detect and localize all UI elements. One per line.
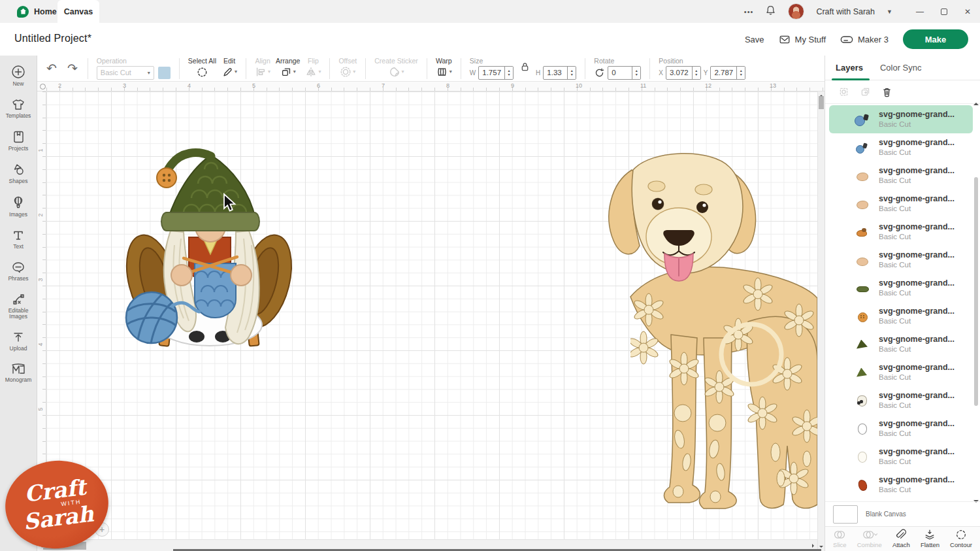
y-stepper[interactable]: ▴▾ [736, 67, 745, 79]
x-stepper[interactable]: ▴▾ [692, 67, 700, 79]
sidebar-item-images[interactable]: Images [0, 190, 37, 224]
y-value: 2.787 [711, 67, 736, 79]
x-input[interactable]: 3.072 ▴▾ [666, 66, 701, 80]
sidebar-item-upload[interactable]: Upload [0, 326, 37, 358]
select-all-button[interactable]: Select All [186, 57, 219, 80]
layer-type: Basic Cut [879, 204, 955, 213]
tab-home[interactable]: Home [9, 0, 65, 23]
layer-row[interactable]: svg-gnome-grand...Basic Cut [825, 218, 975, 246]
chevron-down-icon: ▾ [293, 69, 296, 75]
slice-button[interactable]: Slice [833, 529, 847, 548]
flatten-button[interactable]: Flatten [921, 529, 939, 548]
layer-type: Basic Cut [879, 232, 955, 241]
account-chevron-down-icon[interactable]: ▼ [887, 8, 892, 15]
scroll-up-arrow[interactable] [973, 100, 979, 105]
flip-button[interactable]: Flip ▾ [302, 57, 323, 80]
flatten-label: Flatten [921, 541, 939, 548]
arrange-button[interactable]: Arrange ▾ [273, 57, 302, 80]
redo-button[interactable]: ↷ [67, 61, 78, 76]
sidebar-item-projects[interactable]: Projects [0, 125, 37, 158]
layer-row[interactable]: svg-gnome-grand...Basic Cut [825, 386, 975, 414]
vertical-scrollbar-thumb[interactable] [819, 96, 824, 109]
rotate-stepper[interactable]: ▴▾ [632, 67, 640, 79]
width-stepper[interactable]: ▴▾ [504, 67, 513, 79]
create-sticker-button[interactable]: Create Sticker ▾ [372, 57, 421, 80]
trash-icon[interactable] [881, 86, 892, 98]
edit-button[interactable]: Edit ▾ [219, 57, 240, 80]
layer-name: svg-gnome-grand... [879, 194, 955, 204]
undo-button[interactable]: ↶ [46, 61, 57, 76]
layer-row[interactable]: svg-gnome-grand...Basic Cut [825, 190, 975, 218]
height-label: H [536, 69, 540, 76]
blank-canvas-row[interactable]: Blank Canvas [825, 501, 980, 526]
y-input[interactable]: 2.787 ▴▾ [710, 66, 745, 80]
contour-button[interactable]: Contour [950, 529, 972, 548]
sidebar-item-shapes[interactable]: Shapes [0, 158, 37, 190]
y-label: Y [704, 69, 708, 76]
contour-icon [955, 529, 968, 541]
height-stepper[interactable]: ▴▾ [567, 67, 576, 79]
vertical-scrollbar[interactable] [817, 92, 825, 551]
rotate-input[interactable]: 0 ▴▾ [608, 66, 641, 80]
more-menu-button[interactable]: ••• [744, 8, 754, 16]
sidebar-item-monogram[interactable]: Monogram [0, 358, 37, 389]
group-icon[interactable] [838, 86, 849, 97]
gnome-knitting-image[interactable] [121, 147, 297, 348]
layer-row[interactable]: svg-gnome-grand...Basic Cut [825, 471, 975, 499]
operation-select[interactable]: Basic Cut ▾ [97, 66, 154, 80]
height-input[interactable]: 1.33 ▴▾ [543, 66, 576, 80]
account-name[interactable]: Craft with Sarah [816, 7, 875, 16]
width-input[interactable]: 1.757 ▴▾ [478, 66, 514, 80]
combine-button[interactable]: Combine [857, 529, 882, 548]
close-button[interactable]: ✕ [964, 8, 971, 16]
layer-row[interactable]: svg-gnome-grand...Basic Cut [825, 133, 975, 161]
sidebar-item-editable-images[interactable]: Editable Images [0, 288, 37, 326]
layer-list: svg-gnome-grand...Basic Cut svg-gnome-gr… [825, 105, 975, 501]
size-lock-icon[interactable] [516, 66, 533, 80]
tab-color-sync[interactable]: Color Sync [880, 63, 922, 73]
notebook-icon [12, 130, 25, 144]
layer-row[interactable]: svg-gnome-grand...Basic Cut [825, 330, 975, 358]
layer-row[interactable]: svg-gnome-grand...Basic Cut [829, 105, 973, 133]
sidebar-label: Editable Images [0, 308, 37, 320]
notifications-bell-icon[interactable] [765, 5, 776, 18]
make-button[interactable]: Make [903, 29, 968, 49]
offset-button[interactable]: Offset ▾ [336, 57, 359, 80]
minimize-button[interactable]: — [916, 8, 924, 16]
layer-row[interactable]: svg-gnome-grand...Basic Cut [825, 274, 975, 302]
layer-type: Basic Cut [879, 120, 955, 129]
user-avatar[interactable] [788, 3, 804, 20]
duplicate-icon[interactable] [860, 86, 871, 97]
maximize-button[interactable] [941, 8, 947, 15]
layer-list-scrollbar-thumb[interactable] [974, 177, 978, 406]
sidebar-item-templates[interactable]: Templates [0, 93, 37, 125]
warp-icon [436, 66, 448, 78]
attach-button[interactable]: Attach [892, 529, 910, 548]
layer-row[interactable]: svg-gnome-grand...Basic Cut [825, 442, 975, 471]
layer-row[interactable]: svg-gnome-grand...Basic Cut [825, 414, 975, 442]
save-button[interactable]: Save [745, 35, 764, 44]
layer-name: svg-gnome-grand... [879, 447, 955, 457]
sidebar-label: Phrases [8, 276, 28, 282]
layer-row[interactable]: svg-gnome-grand...Basic Cut [825, 246, 975, 274]
color-swatch[interactable] [158, 67, 171, 79]
canvas-area[interactable]: 2 3 4 5 6 7 8 9 10 11 12 13 1 2 3 4 5 6 [37, 82, 825, 551]
layer-row[interactable]: svg-gnome-grand...Basic Cut [825, 161, 975, 190]
warp-button[interactable]: Warp ▾ [433, 57, 455, 80]
layer-list-scrollbar[interactable] [973, 105, 979, 501]
mouse-cursor [222, 193, 237, 212]
tab-layers[interactable]: Layers [836, 63, 863, 73]
my-stuff-button[interactable]: My Stuff [779, 34, 826, 45]
layer-row[interactable]: svg-gnome-grand...Basic Cut [825, 302, 975, 330]
machine-select-button[interactable]: Maker 3 [840, 35, 889, 44]
align-button[interactable]: Align ▾ [252, 57, 273, 80]
sidebar-item-text[interactable]: Text [0, 224, 37, 256]
sidebar-item-phrases[interactable]: Phrases [0, 256, 37, 288]
canvas-color-swatch[interactable] [833, 505, 858, 524]
dog-mandala-image[interactable] [591, 139, 817, 516]
scroll-right-arrow[interactable] [812, 544, 816, 548]
tab-canvas[interactable]: Canvas [57, 0, 99, 24]
layer-row[interactable]: svg-gnome-grand...Basic Cut [825, 358, 975, 386]
sidebar-item-new[interactable]: New [0, 59, 37, 93]
rotate-value: 0 [608, 67, 632, 79]
